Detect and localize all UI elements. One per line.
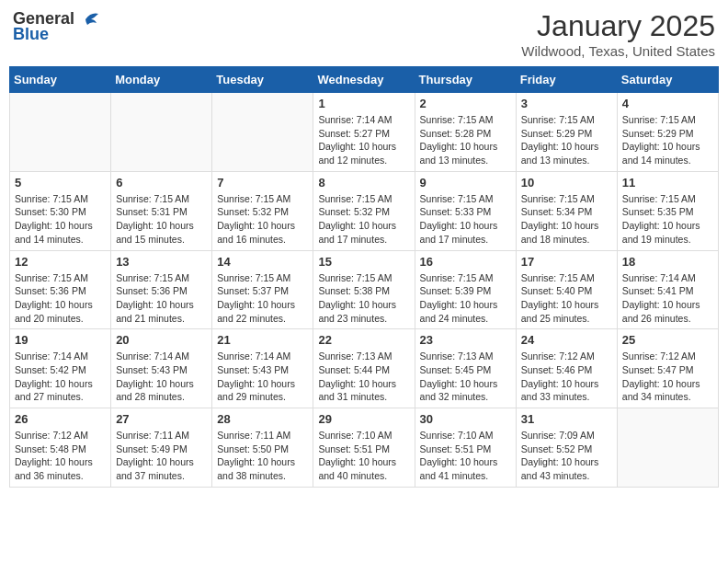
day-cell-5: 5Sunrise: 7:15 AMSunset: 5:30 PMDaylight… (10, 171, 111, 250)
day-number: 22 (318, 333, 409, 347)
week-row-4: 19Sunrise: 7:14 AMSunset: 5:42 PMDayligh… (10, 329, 719, 408)
day-number: 23 (420, 333, 511, 347)
day-info: Sunrise: 7:11 AMSunset: 5:50 PMDaylight:… (217, 429, 308, 483)
day-number: 14 (217, 255, 308, 269)
day-cell-22: 22Sunrise: 7:13 AMSunset: 5:44 PMDayligh… (313, 329, 415, 408)
day-cell-31: 31Sunrise: 7:09 AMSunset: 5:52 PMDayligh… (516, 408, 617, 488)
logo: General Blue (13, 9, 98, 44)
day-info: Sunrise: 7:13 AMSunset: 5:44 PMDaylight:… (318, 350, 409, 404)
day-number: 3 (521, 97, 612, 110)
logo-blue-text: Blue (13, 25, 49, 44)
day-cell-18: 18Sunrise: 7:14 AMSunset: 5:41 PMDayligh… (617, 250, 718, 329)
day-cell-19: 19Sunrise: 7:14 AMSunset: 5:42 PMDayligh… (10, 329, 111, 408)
day-cell-4: 4Sunrise: 7:15 AMSunset: 5:29 PMDaylight… (617, 93, 718, 172)
logo-bird-icon (78, 10, 98, 29)
day-info: Sunrise: 7:10 AMSunset: 5:51 PMDaylight:… (420, 429, 511, 483)
title-area: January 2025 Wildwood, Texas, United Sta… (521, 9, 715, 59)
day-cell-14: 14Sunrise: 7:15 AMSunset: 5:37 PMDayligh… (212, 250, 313, 329)
week-row-5: 26Sunrise: 7:12 AMSunset: 5:48 PMDayligh… (10, 408, 719, 488)
calendar-table: SundayMondayTuesdayWednesdayThursdayFrid… (9, 66, 719, 488)
day-cell-21: 21Sunrise: 7:14 AMSunset: 5:43 PMDayligh… (212, 329, 313, 408)
day-cell-16: 16Sunrise: 7:15 AMSunset: 5:39 PMDayligh… (415, 250, 516, 329)
week-row-2: 5Sunrise: 7:15 AMSunset: 5:30 PMDaylight… (10, 171, 719, 250)
day-number: 21 (217, 333, 308, 347)
empty-cell (212, 93, 313, 172)
day-cell-27: 27Sunrise: 7:11 AMSunset: 5:49 PMDayligh… (111, 408, 212, 488)
day-number: 12 (15, 255, 106, 269)
day-info: Sunrise: 7:15 AMSunset: 5:30 PMDaylight:… (15, 192, 106, 247)
day-info: Sunrise: 7:15 AMSunset: 5:28 PMDaylight:… (420, 113, 511, 167)
col-header-tuesday: Tuesday (212, 67, 313, 93)
calendar-header-row: SundayMondayTuesdayWednesdayThursdayFrid… (10, 67, 719, 93)
day-cell-26: 26Sunrise: 7:12 AMSunset: 5:48 PMDayligh… (10, 408, 111, 488)
day-info: Sunrise: 7:12 AMSunset: 5:48 PMDaylight:… (15, 429, 106, 483)
day-cell-8: 8Sunrise: 7:15 AMSunset: 5:32 PMDaylight… (313, 171, 415, 250)
day-info: Sunrise: 7:15 AMSunset: 5:36 PMDaylight:… (15, 271, 106, 326)
day-cell-7: 7Sunrise: 7:15 AMSunset: 5:32 PMDaylight… (212, 171, 313, 250)
day-info: Sunrise: 7:15 AMSunset: 5:31 PMDaylight:… (116, 192, 207, 247)
day-number: 31 (521, 412, 612, 426)
day-cell-10: 10Sunrise: 7:15 AMSunset: 5:34 PMDayligh… (516, 171, 617, 250)
day-number: 20 (116, 333, 207, 347)
day-number: 2 (420, 97, 511, 110)
empty-cell (617, 408, 718, 488)
day-number: 28 (217, 412, 308, 426)
day-info: Sunrise: 7:15 AMSunset: 5:35 PMDaylight:… (622, 192, 713, 247)
day-number: 13 (116, 255, 207, 269)
day-info: Sunrise: 7:14 AMSunset: 5:41 PMDaylight:… (622, 271, 713, 326)
day-cell-17: 17Sunrise: 7:15 AMSunset: 5:40 PMDayligh… (516, 250, 617, 329)
day-cell-2: 2Sunrise: 7:15 AMSunset: 5:28 PMDaylight… (415, 93, 516, 172)
empty-cell (111, 93, 212, 172)
day-cell-15: 15Sunrise: 7:15 AMSunset: 5:38 PMDayligh… (313, 250, 415, 329)
day-info: Sunrise: 7:12 AMSunset: 5:47 PMDaylight:… (622, 350, 713, 404)
day-number: 19 (15, 333, 106, 347)
day-info: Sunrise: 7:14 AMSunset: 5:42 PMDaylight:… (15, 350, 106, 404)
week-row-1: 1Sunrise: 7:14 AMSunset: 5:27 PMDaylight… (10, 93, 719, 172)
day-cell-11: 11Sunrise: 7:15 AMSunset: 5:35 PMDayligh… (617, 171, 718, 250)
day-info: Sunrise: 7:15 AMSunset: 5:33 PMDaylight:… (420, 192, 511, 247)
day-number: 26 (15, 412, 106, 426)
day-number: 5 (15, 176, 106, 190)
day-cell-29: 29Sunrise: 7:10 AMSunset: 5:51 PMDayligh… (313, 408, 415, 488)
day-number: 30 (420, 412, 511, 426)
day-cell-6: 6Sunrise: 7:15 AMSunset: 5:31 PMDaylight… (111, 171, 212, 250)
day-number: 18 (622, 255, 713, 269)
day-number: 24 (521, 333, 612, 347)
day-cell-9: 9Sunrise: 7:15 AMSunset: 5:33 PMDaylight… (415, 171, 516, 250)
day-cell-30: 30Sunrise: 7:10 AMSunset: 5:51 PMDayligh… (415, 408, 516, 488)
day-info: Sunrise: 7:15 AMSunset: 5:40 PMDaylight:… (521, 271, 612, 326)
day-number: 1 (318, 97, 409, 110)
day-cell-28: 28Sunrise: 7:11 AMSunset: 5:50 PMDayligh… (212, 408, 313, 488)
col-header-wednesday: Wednesday (313, 67, 415, 93)
col-header-monday: Monday (111, 67, 212, 93)
day-cell-24: 24Sunrise: 7:12 AMSunset: 5:46 PMDayligh… (516, 329, 617, 408)
day-number: 27 (116, 412, 207, 426)
day-number: 7 (217, 176, 308, 190)
day-cell-25: 25Sunrise: 7:12 AMSunset: 5:47 PMDayligh… (617, 329, 718, 408)
header: General Blue January 2025 Wildwood, Texa… (9, 9, 719, 59)
day-info: Sunrise: 7:14 AMSunset: 5:27 PMDaylight:… (318, 113, 409, 167)
day-info: Sunrise: 7:14 AMSunset: 5:43 PMDaylight:… (116, 350, 207, 404)
col-header-sunday: Sunday (10, 67, 111, 93)
day-info: Sunrise: 7:15 AMSunset: 5:29 PMDaylight:… (622, 113, 713, 167)
day-info: Sunrise: 7:15 AMSunset: 5:29 PMDaylight:… (521, 113, 612, 167)
day-number: 17 (521, 255, 612, 269)
week-row-3: 12Sunrise: 7:15 AMSunset: 5:36 PMDayligh… (10, 250, 719, 329)
day-number: 16 (420, 255, 511, 269)
day-info: Sunrise: 7:11 AMSunset: 5:49 PMDaylight:… (116, 429, 207, 483)
col-header-friday: Friday (516, 67, 617, 93)
day-number: 9 (420, 176, 511, 190)
day-info: Sunrise: 7:15 AMSunset: 5:37 PMDaylight:… (217, 271, 308, 326)
day-number: 6 (116, 176, 207, 190)
day-number: 8 (318, 176, 409, 190)
day-info: Sunrise: 7:15 AMSunset: 5:39 PMDaylight:… (420, 271, 511, 326)
day-number: 25 (622, 333, 713, 347)
empty-cell (10, 93, 111, 172)
day-info: Sunrise: 7:15 AMSunset: 5:32 PMDaylight:… (217, 192, 308, 247)
day-info: Sunrise: 7:10 AMSunset: 5:51 PMDaylight:… (318, 429, 409, 483)
day-number: 15 (318, 255, 409, 269)
day-cell-3: 3Sunrise: 7:15 AMSunset: 5:29 PMDaylight… (516, 93, 617, 172)
day-info: Sunrise: 7:15 AMSunset: 5:32 PMDaylight:… (318, 192, 409, 247)
col-header-saturday: Saturday (617, 67, 718, 93)
day-number: 29 (318, 412, 409, 426)
